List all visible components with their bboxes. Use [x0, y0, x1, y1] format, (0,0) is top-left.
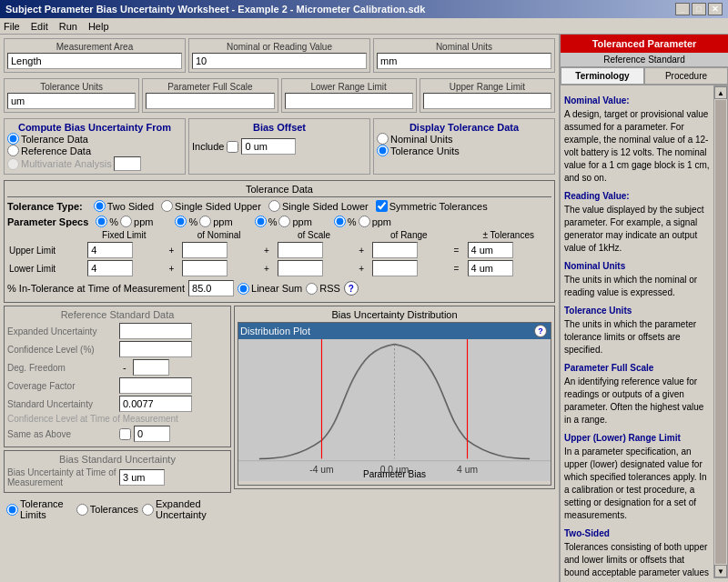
plot-help-button[interactable]: ? [534, 325, 547, 337]
multivariate-radio[interactable] [7, 158, 19, 170]
scroll-up-button[interactable]: ▲ [714, 86, 727, 99]
tolerance-type-label: Tolerance Type: [7, 201, 83, 212]
include-checkbox[interactable] [227, 141, 238, 153]
lower-fixed-input[interactable] [87, 260, 133, 276]
single-lower-radio[interactable] [268, 200, 280, 212]
desc-nominal-units: The units in which the nominal or readin… [564, 274, 710, 299]
lower-scale-input[interactable] [278, 260, 323, 276]
multivariate-input[interactable] [114, 156, 141, 171]
bias-distribution-section: Bias Uncertainty Distribution Distributi… [234, 306, 555, 523]
nominal-reading-field: Nominal or Reading Value [188, 38, 370, 73]
col-of-nominal: of Nominal [180, 229, 257, 241]
linear-sum-radio[interactable] [238, 283, 249, 295]
upper-range-limit-input[interactable] [423, 93, 551, 109]
nominal-units-label: Nominal Units [377, 42, 551, 52]
symmetric-label: Symmetric Tolerances [389, 201, 488, 212]
title-bar: Subject Parameter Bias Uncertainty Works… [0, 0, 728, 18]
tab-procedure[interactable]: Procedure [644, 67, 728, 85]
deg-freedom-label: Deg. Freedom [7, 363, 116, 373]
same-as-above-input[interactable] [134, 426, 170, 442]
menu-help[interactable]: Help [88, 21, 109, 32]
term-param-full-scale: Parameter Full Scale [564, 362, 710, 375]
ps2-pct-radio[interactable] [175, 216, 187, 227]
scroll-down-button[interactable]: ▼ [714, 565, 727, 577]
nominal-units-field: Nominal Units [373, 38, 555, 73]
upper-range-input[interactable] [372, 242, 418, 258]
maximize-button[interactable]: □ [692, 3, 706, 15]
ps2-pct-label: % [188, 216, 197, 227]
nominal-units-input[interactable] [377, 53, 551, 69]
scroll-thumb[interactable] [715, 100, 726, 564]
right-scrollbar[interactable]: ▲ ▼ [713, 85, 728, 578]
reference-data-radio[interactable] [7, 145, 19, 156]
term-nominal-value: Nominal Value: [564, 95, 710, 107]
term-two-sided: Two-Sided [564, 527, 710, 540]
ps3-ppm-radio[interactable] [278, 216, 290, 227]
tab-terminology[interactable]: Terminology [561, 67, 644, 85]
menu-run[interactable]: Run [59, 21, 77, 32]
percent-in-tol-input[interactable] [188, 280, 234, 296]
menu-file[interactable]: File [4, 21, 20, 32]
tolerance-data-radio[interactable] [7, 133, 19, 145]
ps1-pct-radio[interactable] [96, 216, 107, 227]
tolerance-units-radio-label: Tolerance Units [390, 146, 460, 156]
coverage-factor-label: Coverage Factor [7, 381, 116, 391]
bias-uncert-meas-input[interactable] [119, 469, 165, 486]
upper-scale-input[interactable] [278, 242, 323, 258]
help-button[interactable]: ? [344, 281, 359, 296]
ps3-pct-radio[interactable] [255, 216, 267, 227]
lower-limit-label: Lower Limit [7, 259, 86, 277]
ps4-ppm-radio[interactable] [359, 216, 370, 227]
ps4-pct-radio[interactable] [334, 216, 346, 227]
lower-tol-input[interactable] [468, 260, 513, 276]
ps4-pct-label: % [348, 216, 357, 227]
upper-limit-label: Upper Limit [7, 241, 86, 259]
rss-radio[interactable] [306, 283, 318, 295]
symmetric-checkbox[interactable] [376, 200, 388, 212]
same-as-above-checkbox[interactable] [119, 428, 131, 440]
expanded-uncert-input[interactable] [119, 323, 192, 339]
single-upper-radio[interactable] [161, 200, 173, 212]
deg-freedom-input[interactable] [133, 359, 169, 376]
expanded-uncert-radio[interactable] [142, 504, 154, 516]
tolerance-units-input[interactable] [7, 93, 136, 109]
coverage-factor-input[interactable] [119, 377, 192, 394]
menu-edit[interactable]: Edit [31, 21, 48, 32]
same-as-above-label: Same as Above [7, 429, 116, 439]
tol-limits-label: Tolerance Limits [20, 498, 73, 520]
rss-label: RSS [319, 283, 340, 294]
term-reading-value: Reading Value: [564, 190, 710, 203]
col-plus3 [352, 229, 370, 241]
lower-limit-row: Lower Limit + + + = [7, 259, 551, 277]
standard-uncert-input[interactable] [119, 396, 192, 412]
col-equals [448, 229, 466, 241]
lower-range-limit-input[interactable] [285, 93, 413, 109]
param-full-scale-input[interactable] [146, 93, 274, 109]
lower-range-input[interactable] [372, 260, 418, 276]
ps1-ppm-radio[interactable] [120, 216, 132, 227]
tolerance-data-section: Tolerance Data Tolerance Type: Two Sided… [4, 180, 555, 303]
bias-offset-value[interactable] [241, 138, 296, 155]
close-button[interactable]: ✕ [708, 3, 723, 15]
nominal-units-radio[interactable] [377, 133, 389, 145]
upper-nominal-input[interactable] [182, 242, 228, 258]
upper-tol-input[interactable] [468, 242, 513, 258]
specs-table: Fixed Limit of Nominal of Scale of Range… [7, 229, 551, 277]
nominal-reading-input[interactable] [192, 53, 367, 69]
ps1-pct-label: % [109, 216, 118, 227]
desc-param-full-scale: An identifying reference value for readi… [564, 376, 710, 426]
col-plus2 [258, 229, 276, 241]
upper-fixed-input[interactable] [87, 242, 133, 258]
minimize-button[interactable]: _ [675, 3, 690, 15]
linear-sum-radio-row: Linear Sum [238, 283, 302, 295]
tolerances-radio[interactable] [76, 504, 88, 516]
tol-limits-radio[interactable] [6, 504, 18, 516]
lower-nominal-input[interactable] [182, 260, 228, 276]
tolerance-units-radio[interactable] [377, 145, 389, 156]
right-panel: Toleranced Parameter Reference Standard … [560, 35, 728, 582]
confidence-level-input[interactable] [119, 341, 192, 357]
measurement-area-input[interactable] [7, 53, 182, 69]
ps2-ppm-label: ppm [213, 216, 232, 227]
ps2-ppm-radio[interactable] [199, 216, 211, 227]
two-sided-radio[interactable] [94, 200, 106, 212]
